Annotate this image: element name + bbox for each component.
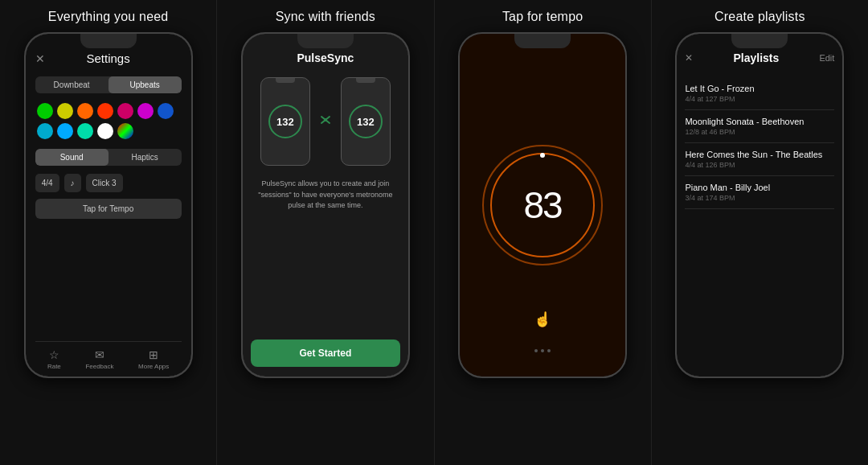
rate-label: Rate (47, 363, 61, 370)
mini-notch-right (356, 78, 375, 83)
phone-screen-2: PulseSync 132 (243, 34, 408, 377)
upbeats-button[interactable]: Upbeats (108, 76, 182, 93)
color-orange[interactable] (77, 103, 93, 119)
app-container: Everything you need ✕ Settings Downbeat … (0, 0, 868, 465)
panel-title-3: Tap for tempo (502, 10, 583, 24)
color-yellow[interactable] (57, 103, 73, 119)
footer-feedback[interactable]: ✉ Feedback (85, 348, 113, 370)
color-magenta[interactable] (137, 103, 154, 119)
song-name-4: Piano Man - Billy Joel (685, 183, 834, 192)
color-green[interactable] (37, 103, 53, 119)
pulsesync-screen: PulseSync 132 (243, 34, 408, 377)
color-teal[interactable] (37, 123, 53, 139)
phone-screen-1: ✕ Settings Downbeat Upbeats (26, 34, 191, 377)
signal-icon (317, 112, 334, 132)
notch-3 (514, 34, 571, 48)
phone-screen-3: 83 ☝ (460, 34, 625, 377)
panel-playlists: Create playlists ✕ Playlists Edit Let It… (652, 0, 868, 465)
notch-1 (80, 34, 137, 48)
downbeat-button[interactable]: Downbeat (35, 76, 108, 93)
tempo-dot-2 (541, 349, 544, 352)
tempo-dot-1 (534, 349, 538, 352)
phones-visual: 132 132 (260, 77, 391, 166)
mail-icon: ✉ (95, 348, 104, 361)
more-apps-label: More Apps (138, 363, 169, 370)
mini-notch-left (276, 78, 295, 83)
beat-toggle-group: Downbeat Upbeats (35, 76, 182, 93)
settings-screen: ✕ Settings Downbeat Upbeats (26, 34, 191, 377)
playlists-screen: ✕ Playlists Edit Let It Go - Frozen 4/4 … (677, 34, 842, 377)
color-rainbow[interactable] (117, 123, 133, 139)
tempo-circle-inner: 83 (490, 153, 595, 257)
playlist-item-1[interactable]: Let It Go - Frozen 4/4 at 127 BPM (685, 77, 834, 110)
song-meta-2: 12/8 at 46 BPM (685, 128, 834, 136)
panel-pulsesync: Sync with friends PulseSync 132 (217, 0, 434, 465)
song-meta-1: 4/4 at 127 BPM (685, 95, 834, 103)
music-note-button[interactable]: ♪ (64, 174, 81, 192)
haptics-button[interactable]: Haptics (108, 149, 182, 166)
color-blue[interactable] (158, 103, 174, 119)
tap-hand-icon: ☝ (534, 311, 551, 328)
playlist-item-3[interactable]: Here Comes the Sun - The Beatles 4/4 at … (685, 143, 834, 176)
song-name-2: Moonlight Sonata - Beethoven (685, 117, 834, 126)
panel-title-4: Create playlists (714, 10, 805, 24)
settings-header: ✕ Settings (35, 51, 182, 65)
sound-button[interactable]: Sound (35, 149, 108, 166)
phone-frame-1: ✕ Settings Downbeat Upbeats (24, 32, 193, 378)
bpm-circle-left: 132 (268, 105, 302, 138)
svg-point-0 (324, 118, 327, 121)
playlists-title: Playlists (733, 51, 779, 64)
color-mint[interactable] (77, 123, 93, 139)
time-signature-button[interactable]: 4/4 (35, 174, 59, 192)
color-skyblue[interactable] (57, 123, 73, 139)
click-button[interactable]: Click 3 (86, 174, 123, 192)
settings-footer: ☆ Rate ✉ Feedback ⊞ More Apps (35, 341, 182, 370)
tempo-bpm-display: 83 (524, 183, 562, 227)
mini-phone-left: 132 (260, 77, 310, 166)
get-started-button[interactable]: Get Started (251, 339, 400, 367)
tempo-indicator-dots (534, 349, 551, 352)
tempo-circle-outer[interactable]: 83 (482, 145, 603, 265)
phone-screen-4: ✕ Playlists Edit Let It Go - Frozen 4/4 … (677, 34, 842, 377)
tap-tempo-button[interactable]: Tap for Tempo (35, 199, 182, 219)
mini-phone-right: 132 (341, 77, 391, 166)
star-icon: ☆ (49, 348, 59, 361)
feedback-label: Feedback (85, 363, 113, 370)
footer-more-apps[interactable]: ⊞ More Apps (138, 348, 169, 370)
controls-row: 4/4 ♪ Click 3 (35, 174, 182, 192)
panel-title-1: Everything you need (48, 10, 169, 24)
phone-frame-2: PulseSync 132 (241, 32, 410, 378)
phone-frame-3: 83 ☝ (458, 32, 627, 378)
song-meta-4: 3/4 at 174 BPM (685, 194, 834, 202)
settings-title: Settings (87, 51, 130, 65)
song-name-1: Let It Go - Frozen (685, 84, 834, 93)
playlists-header: ✕ Playlists Edit (685, 51, 834, 64)
playlist-item-4[interactable]: Piano Man - Billy Joel 3/4 at 174 BPM (685, 176, 834, 209)
panel-title-2: Sync with friends (276, 10, 375, 24)
tempo-dot-3 (547, 349, 551, 352)
color-palette (35, 103, 182, 139)
playlist-item-2[interactable]: Moonlight Sonata - Beethoven 12/8 at 46 … (685, 110, 834, 143)
playlists-edit-button[interactable]: Edit (819, 53, 834, 63)
color-red[interactable] (97, 103, 113, 119)
pulsesync-description: PulseSync allows you to create and join … (251, 179, 400, 212)
color-pink[interactable] (117, 103, 133, 119)
bpm-circle-right: 132 (349, 105, 383, 138)
grid-icon: ⊞ (149, 348, 158, 361)
song-name-3: Here Comes the Sun - The Beatles (685, 150, 834, 159)
notch-4 (731, 34, 788, 48)
footer-rate[interactable]: ☆ Rate (47, 348, 61, 370)
color-white[interactable] (97, 123, 113, 139)
phone-frame-4: ✕ Playlists Edit Let It Go - Frozen 4/4 … (675, 32, 844, 378)
tempo-screen: 83 ☝ (460, 34, 625, 377)
pulsesync-title: PulseSync (297, 51, 354, 64)
playlists-close-icon[interactable]: ✕ (685, 52, 693, 64)
song-meta-3: 4/4 at 126 BPM (685, 161, 834, 169)
tempo-beat-dot (540, 153, 545, 158)
panel-settings: Everything you need ✕ Settings Downbeat … (0, 0, 217, 465)
close-icon[interactable]: ✕ (35, 52, 45, 65)
panel-tempo: Tap for tempo 83 ☝ (435, 0, 652, 465)
notch-2 (297, 34, 354, 48)
sound-haptics-toggle: Sound Haptics (35, 149, 182, 166)
